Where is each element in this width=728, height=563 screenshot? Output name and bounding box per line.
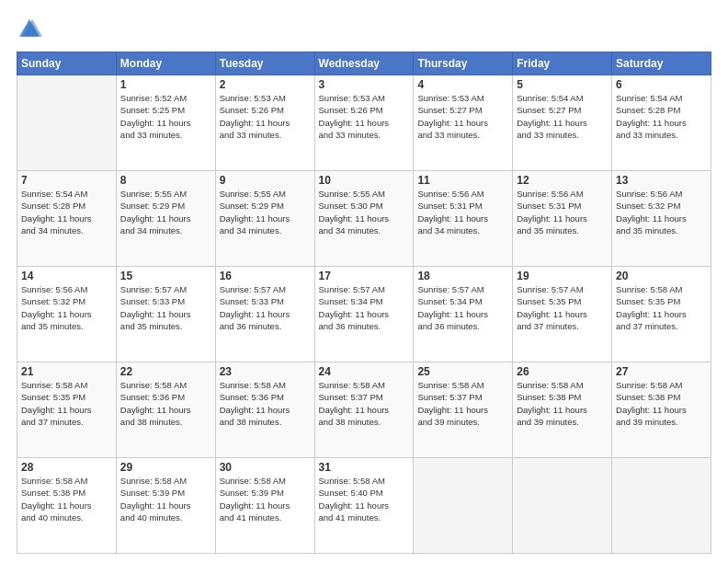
day-cell: 17Sunrise: 5:57 AM Sunset: 5:34 PM Dayli… — [314, 267, 414, 362]
day-number: 7 — [21, 174, 112, 187]
day-info: Sunrise: 5:54 AM Sunset: 5:28 PM Dayligh… — [21, 188, 112, 236]
day-cell: 1Sunrise: 5:52 AM Sunset: 5:25 PM Daylig… — [116, 75, 215, 171]
day-info: Sunrise: 5:58 AM Sunset: 5:35 PM Dayligh… — [616, 283, 707, 332]
day-info: Sunrise: 5:58 AM Sunset: 5:40 PM Dayligh… — [319, 475, 410, 523]
col-header-monday: Monday — [116, 52, 215, 75]
day-info: Sunrise: 5:58 AM Sunset: 5:36 PM Dayligh… — [220, 379, 311, 428]
day-info: Sunrise: 5:58 AM Sunset: 5:38 PM Dayligh… — [21, 475, 112, 523]
week-row-1: 1Sunrise: 5:52 AM Sunset: 5:25 PM Daylig… — [17, 75, 711, 171]
day-info: Sunrise: 5:58 AM Sunset: 5:38 PM Dayligh… — [616, 379, 707, 428]
day-info: Sunrise: 5:53 AM Sunset: 5:26 PM Dayligh… — [319, 92, 410, 141]
day-number: 21 — [21, 365, 112, 378]
day-cell: 23Sunrise: 5:58 AM Sunset: 5:36 PM Dayli… — [215, 362, 314, 458]
day-number: 27 — [616, 365, 707, 378]
day-cell: 26Sunrise: 5:58 AM Sunset: 5:38 PM Dayli… — [513, 362, 612, 458]
day-cell — [17, 75, 117, 171]
day-number: 13 — [616, 174, 707, 187]
day-cell: 15Sunrise: 5:57 AM Sunset: 5:33 PM Dayli… — [116, 267, 215, 362]
day-cell: 2Sunrise: 5:53 AM Sunset: 5:26 PM Daylig… — [215, 75, 314, 171]
day-number: 20 — [616, 270, 707, 282]
day-cell: 19Sunrise: 5:57 AM Sunset: 5:35 PM Dayli… — [513, 267, 612, 362]
logo-icon — [17, 17, 42, 42]
day-info: Sunrise: 5:58 AM Sunset: 5:38 PM Dayligh… — [517, 379, 608, 428]
day-cell — [414, 458, 513, 554]
day-info: Sunrise: 5:53 AM Sunset: 5:27 PM Dayligh… — [417, 92, 508, 141]
day-info: Sunrise: 5:55 AM Sunset: 5:29 PM Dayligh… — [220, 188, 311, 236]
day-cell: 28Sunrise: 5:58 AM Sunset: 5:38 PM Dayli… — [17, 458, 117, 554]
day-cell: 6Sunrise: 5:54 AM Sunset: 5:28 PM Daylig… — [612, 75, 711, 171]
day-cell: 20Sunrise: 5:58 AM Sunset: 5:35 PM Dayli… — [612, 267, 711, 362]
day-number: 25 — [417, 365, 508, 378]
day-number: 18 — [417, 270, 508, 282]
col-header-thursday: Thursday — [414, 52, 513, 75]
day-cell: 7Sunrise: 5:54 AM Sunset: 5:28 PM Daylig… — [17, 171, 117, 267]
day-cell: 3Sunrise: 5:53 AM Sunset: 5:26 PM Daylig… — [314, 75, 414, 171]
day-cell: 18Sunrise: 5:57 AM Sunset: 5:34 PM Dayli… — [414, 267, 513, 362]
week-row-4: 21Sunrise: 5:58 AM Sunset: 5:35 PM Dayli… — [17, 362, 711, 458]
day-cell: 31Sunrise: 5:58 AM Sunset: 5:40 PM Dayli… — [314, 458, 414, 554]
day-number: 26 — [517, 365, 608, 378]
day-cell: 29Sunrise: 5:58 AM Sunset: 5:39 PM Dayli… — [116, 458, 215, 554]
day-number: 29 — [120, 461, 211, 474]
day-info: Sunrise: 5:57 AM Sunset: 5:34 PM Dayligh… — [417, 283, 508, 332]
day-info: Sunrise: 5:55 AM Sunset: 5:30 PM Dayligh… — [319, 188, 410, 236]
week-row-5: 28Sunrise: 5:58 AM Sunset: 5:38 PM Dayli… — [17, 458, 711, 554]
week-row-2: 7Sunrise: 5:54 AM Sunset: 5:28 PM Daylig… — [17, 171, 711, 267]
day-info: Sunrise: 5:58 AM Sunset: 5:37 PM Dayligh… — [319, 379, 410, 428]
col-header-wednesday: Wednesday — [314, 52, 414, 75]
day-number: 9 — [220, 174, 311, 187]
day-info: Sunrise: 5:57 AM Sunset: 5:33 PM Dayligh… — [120, 283, 211, 332]
day-info: Sunrise: 5:57 AM Sunset: 5:34 PM Dayligh… — [319, 283, 410, 332]
day-number: 6 — [616, 78, 707, 91]
day-cell: 16Sunrise: 5:57 AM Sunset: 5:33 PM Dayli… — [215, 267, 314, 362]
page: SundayMondayTuesdayWednesdayThursdayFrid… — [0, 0, 728, 563]
day-info: Sunrise: 5:56 AM Sunset: 5:31 PM Dayligh… — [417, 188, 508, 236]
day-info: Sunrise: 5:57 AM Sunset: 5:35 PM Dayligh… — [517, 283, 608, 332]
day-cell: 13Sunrise: 5:56 AM Sunset: 5:32 PM Dayli… — [612, 171, 711, 267]
week-row-3: 14Sunrise: 5:56 AM Sunset: 5:32 PM Dayli… — [17, 267, 711, 362]
day-cell: 5Sunrise: 5:54 AM Sunset: 5:27 PM Daylig… — [513, 75, 612, 171]
day-info: Sunrise: 5:52 AM Sunset: 5:25 PM Dayligh… — [120, 92, 211, 141]
calendar-table: SundayMondayTuesdayWednesdayThursdayFrid… — [17, 52, 711, 554]
day-info: Sunrise: 5:53 AM Sunset: 5:26 PM Dayligh… — [220, 92, 311, 141]
day-cell: 4Sunrise: 5:53 AM Sunset: 5:27 PM Daylig… — [414, 75, 513, 171]
day-number: 11 — [417, 174, 508, 187]
day-number: 16 — [220, 270, 311, 282]
day-number: 23 — [220, 365, 311, 378]
logo — [17, 17, 46, 42]
day-cell — [513, 458, 612, 554]
day-info: Sunrise: 5:57 AM Sunset: 5:33 PM Dayligh… — [220, 283, 311, 332]
day-number: 5 — [517, 78, 608, 91]
day-info: Sunrise: 5:56 AM Sunset: 5:31 PM Dayligh… — [517, 188, 608, 236]
day-number: 14 — [21, 270, 112, 282]
col-header-friday: Friday — [513, 52, 612, 75]
day-cell: 8Sunrise: 5:55 AM Sunset: 5:29 PM Daylig… — [116, 171, 215, 267]
day-number: 15 — [120, 270, 211, 282]
header — [17, 17, 711, 42]
day-info: Sunrise: 5:58 AM Sunset: 5:36 PM Dayligh… — [120, 379, 211, 428]
day-number: 2 — [220, 78, 311, 91]
day-cell: 14Sunrise: 5:56 AM Sunset: 5:32 PM Dayli… — [17, 267, 117, 362]
col-header-saturday: Saturday — [612, 52, 711, 75]
day-info: Sunrise: 5:56 AM Sunset: 5:32 PM Dayligh… — [21, 283, 112, 332]
day-info: Sunrise: 5:54 AM Sunset: 5:27 PM Dayligh… — [517, 92, 608, 141]
day-number: 17 — [319, 270, 410, 282]
day-info: Sunrise: 5:58 AM Sunset: 5:35 PM Dayligh… — [21, 379, 112, 428]
col-header-tuesday: Tuesday — [215, 52, 314, 75]
day-info: Sunrise: 5:56 AM Sunset: 5:32 PM Dayligh… — [616, 188, 707, 236]
day-cell: 25Sunrise: 5:58 AM Sunset: 5:37 PM Dayli… — [414, 362, 513, 458]
day-number: 31 — [319, 461, 410, 474]
col-header-sunday: Sunday — [17, 52, 117, 75]
day-cell — [612, 458, 711, 554]
day-cell: 22Sunrise: 5:58 AM Sunset: 5:36 PM Dayli… — [116, 362, 215, 458]
day-info: Sunrise: 5:58 AM Sunset: 5:37 PM Dayligh… — [417, 379, 508, 428]
day-cell: 12Sunrise: 5:56 AM Sunset: 5:31 PM Dayli… — [513, 171, 612, 267]
day-cell: 27Sunrise: 5:58 AM Sunset: 5:38 PM Dayli… — [612, 362, 711, 458]
day-number: 8 — [120, 174, 211, 187]
day-number: 4 — [417, 78, 508, 91]
day-info: Sunrise: 5:58 AM Sunset: 5:39 PM Dayligh… — [120, 475, 211, 523]
day-number: 19 — [517, 270, 608, 282]
day-number: 24 — [319, 365, 410, 378]
day-number: 12 — [517, 174, 608, 187]
day-cell: 24Sunrise: 5:58 AM Sunset: 5:37 PM Dayli… — [314, 362, 414, 458]
